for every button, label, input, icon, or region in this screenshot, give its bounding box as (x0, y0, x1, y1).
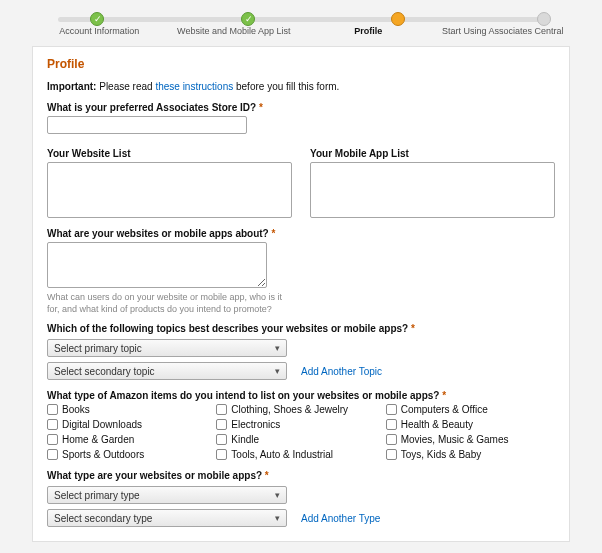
topics-label: Which of the following topics best descr… (47, 323, 555, 334)
chevron-down-icon: ▾ (275, 366, 280, 376)
item-types-label: What type of Amazon items do you intend … (47, 390, 555, 401)
about-hint: What can users do on your website or mob… (47, 292, 287, 315)
item-types-col-2: Clothing, Shoes & Jewelry Electronics Ki… (216, 404, 385, 460)
step-profile (391, 12, 405, 26)
stepper-track (58, 17, 544, 22)
checkbox-digital-downloads[interactable]: Digital Downloads (47, 419, 216, 430)
instructions-link[interactable]: these instructions (155, 81, 233, 92)
checkbox-kindle[interactable]: Kindle (216, 434, 385, 445)
primary-type-select[interactable]: Select primary type ▾ (47, 486, 287, 504)
item-types-col-3: Computers & Office Health & Beauty Movie… (386, 404, 555, 460)
step-label-3: Profile (301, 26, 436, 36)
checkbox-sports-outdoors[interactable]: Sports & Outdoors (47, 449, 216, 460)
checkbox-computers-office[interactable]: Computers & Office (386, 404, 555, 415)
secondary-topic-value: Select secondary topic (54, 366, 155, 377)
about-label: What are your websites or mobile apps ab… (47, 228, 555, 239)
mobile-app-list-label: Your Mobile App List (310, 148, 555, 159)
checkbox-box (216, 449, 227, 460)
checkbox-box (386, 404, 397, 415)
add-type-link[interactable]: Add Another Type (301, 513, 380, 524)
add-topic-link[interactable]: Add Another Topic (301, 366, 382, 377)
step-website-list (241, 12, 255, 26)
intro-text: Important: Please read these instruction… (47, 81, 555, 92)
intro-bold: Important: (47, 81, 96, 92)
primary-topic-value: Select primary topic (54, 343, 142, 354)
item-types-grid: Books Digital Downloads Home & Garden Sp… (47, 404, 555, 460)
checkbox-toys-kids[interactable]: Toys, Kids & Baby (386, 449, 555, 460)
intro-after: before you fill this form. (233, 81, 339, 92)
chevron-down-icon: ▾ (275, 490, 280, 500)
store-id-input[interactable] (47, 116, 247, 134)
checkbox-box (386, 419, 397, 430)
chevron-down-icon: ▾ (275, 343, 280, 353)
checkbox-box (47, 434, 58, 445)
checkbox-tools-auto[interactable]: Tools, Auto & Industrial (216, 449, 385, 460)
checkbox-box (216, 419, 227, 430)
mobile-app-list-textarea[interactable] (310, 162, 555, 218)
site-type-label: What type are your websites or mobile ap… (47, 470, 555, 481)
checkbox-electronics[interactable]: Electronics (216, 419, 385, 430)
profile-card: Profile Important: Please read these ins… (32, 46, 570, 542)
card-title: Profile (47, 57, 555, 71)
primary-type-value: Select primary type (54, 490, 140, 501)
checkbox-books[interactable]: Books (47, 404, 216, 415)
step-account-info (90, 12, 104, 26)
chevron-down-icon: ▾ (275, 513, 280, 523)
progress-stepper (58, 12, 544, 24)
website-list-textarea[interactable] (47, 162, 292, 218)
checkbox-box (386, 434, 397, 445)
step-label-1: Account Information (32, 26, 167, 36)
store-id-label: What is your preferred Associates Store … (47, 102, 555, 113)
step-label-2: Website and Mobile App List (167, 26, 302, 36)
step-label-4: Start Using Associates Central (436, 26, 571, 36)
checkbox-movies-music[interactable]: Movies, Music & Games (386, 434, 555, 445)
checkbox-clothing[interactable]: Clothing, Shoes & Jewelry (216, 404, 385, 415)
item-types-col-1: Books Digital Downloads Home & Garden Sp… (47, 404, 216, 460)
checkbox-box (216, 404, 227, 415)
checkbox-box (47, 419, 58, 430)
checkbox-home-garden[interactable]: Home & Garden (47, 434, 216, 445)
step-start-using (537, 12, 551, 26)
checkbox-health-beauty[interactable]: Health & Beauty (386, 419, 555, 430)
stepper-labels: Account Information Website and Mobile A… (32, 26, 570, 36)
checkbox-box (47, 404, 58, 415)
secondary-topic-select[interactable]: Select secondary topic ▾ (47, 362, 287, 380)
checkbox-box (47, 449, 58, 460)
intro-before: Please read (96, 81, 155, 92)
checkbox-box (216, 434, 227, 445)
primary-topic-select[interactable]: Select primary topic ▾ (47, 339, 287, 357)
about-textarea[interactable] (47, 242, 267, 288)
checkbox-box (386, 449, 397, 460)
website-list-label: Your Website List (47, 148, 292, 159)
secondary-type-value: Select secondary type (54, 513, 152, 524)
secondary-type-select[interactable]: Select secondary type ▾ (47, 509, 287, 527)
